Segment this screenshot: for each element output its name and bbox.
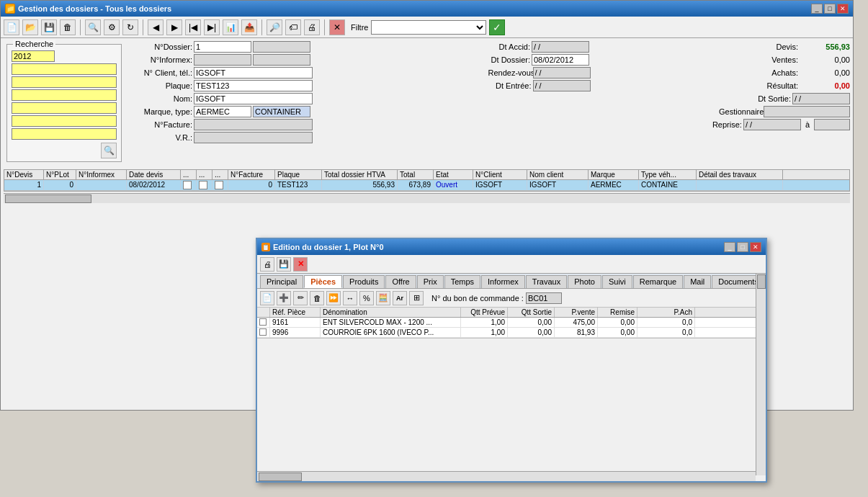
- maximize-button[interactable]: □: [824, 4, 836, 14]
- save-button[interactable]: 💾: [41, 19, 57, 35]
- input-vr[interactable]: [194, 132, 313, 143]
- refresh-button[interactable]: ↻: [122, 19, 138, 35]
- col-nom: Nom client: [527, 170, 589, 179]
- minimize-button[interactable]: _: [811, 4, 823, 14]
- input-facture[interactable]: [194, 119, 313, 130]
- search-field-3[interactable]: [12, 76, 117, 88]
- search-execute-button[interactable]: 🔍: [101, 143, 117, 158]
- tab-remarque[interactable]: Remarque: [633, 275, 683, 288]
- input-rendvous[interactable]: [533, 67, 591, 79]
- tab-suivi[interactable]: Suivi: [602, 275, 632, 288]
- input-client[interactable]: [194, 67, 313, 79]
- col-devis: N°Devis: [4, 170, 44, 179]
- search-field-6[interactable]: [12, 115, 117, 127]
- input-reprise2[interactable]: [814, 119, 850, 130]
- input-nom[interactable]: [194, 93, 313, 104]
- search-row-1: [12, 50, 117, 62]
- next-button[interactable]: ▶: [166, 19, 182, 35]
- delete-button[interactable]: 🗑: [60, 19, 76, 35]
- sub-close-button[interactable]: ✕: [750, 242, 761, 252]
- input-container[interactable]: [253, 106, 310, 117]
- sub-maximize-button[interactable]: □: [737, 242, 748, 252]
- input-dt-accid[interactable]: [532, 41, 589, 53]
- sub-cancel-button[interactable]: ✕: [293, 257, 308, 272]
- sep3: [261, 19, 262, 35]
- sub-hscrollbar[interactable]: [257, 471, 756, 481]
- tab-informex[interactable]: Informex: [481, 275, 525, 288]
- last-button[interactable]: ▶|: [204, 19, 220, 35]
- config-button[interactable]: ⚙: [104, 19, 120, 35]
- tab-mail[interactable]: Mail: [684, 275, 711, 288]
- sub-vscrollbar[interactable]: [756, 274, 766, 475]
- input-plaque[interactable]: [194, 80, 313, 91]
- close-button[interactable]: ✕: [837, 4, 849, 14]
- tag-button[interactable]: 🏷: [285, 19, 301, 35]
- pieces-move1-button[interactable]: ⏩: [326, 291, 341, 305]
- pieces-ar-button[interactable]: Ar: [393, 291, 407, 305]
- cancel-button[interactable]: ✕: [329, 19, 345, 35]
- main-hscrollbar[interactable]: [4, 193, 850, 203]
- tab-temps[interactable]: Temps: [444, 275, 480, 288]
- tab-produits[interactable]: Produits: [343, 275, 385, 288]
- validate-button[interactable]: ✓: [489, 19, 505, 35]
- first-button[interactable]: |◀: [185, 19, 201, 35]
- prev-button[interactable]: ◀: [148, 19, 164, 35]
- table-row[interactable]: 1 0 08/02/2012 0 TEST123 556,93 673,89 O…: [4, 180, 849, 191]
- tab-prix[interactable]: Prix: [417, 275, 444, 288]
- label-ventes: Ventes:: [766, 55, 798, 64]
- sub-print-button[interactable]: 🖨: [260, 257, 274, 272]
- sub-col-remise: Remise: [598, 308, 637, 317]
- pieces-grid-button[interactable]: ⊞: [409, 291, 424, 305]
- open-button[interactable]: 📂: [22, 19, 38, 35]
- input-dt-dossier[interactable]: [532, 54, 589, 66]
- pieces-add-button[interactable]: ➕: [277, 291, 291, 305]
- sub-hscroll-thumb[interactable]: [259, 473, 302, 481]
- input-dossier[interactable]: [194, 41, 251, 53]
- tab-offre[interactable]: Offre: [385, 275, 416, 288]
- search-button[interactable]: 🔍: [85, 19, 101, 35]
- sub-table-row[interactable]: 9996 COURROIE 6PK 1600 (IVECO P... 1,00 …: [257, 328, 766, 338]
- search-year-input[interactable]: [12, 50, 55, 62]
- filter-select[interactable]: [371, 20, 486, 35]
- pieces-delete-button[interactable]: 🗑: [310, 291, 324, 305]
- pieces-calc-button[interactable]: 🧮: [376, 291, 390, 305]
- sub-table-row[interactable]: 9161 ENT SILVERCOLD MAX - 1200 ... 1,00 …: [257, 318, 766, 328]
- export-button[interactable]: 📤: [241, 19, 257, 35]
- sub-save-button[interactable]: 💾: [277, 257, 291, 272]
- col-date: Date devis: [127, 170, 181, 179]
- search-field-5[interactable]: [12, 102, 117, 114]
- tab-photo[interactable]: Photo: [568, 275, 601, 288]
- search-field-4[interactable]: [12, 89, 117, 101]
- print-button[interactable]: 🖨: [304, 19, 320, 35]
- input-reprise[interactable]: [743, 119, 801, 130]
- tab-travaux[interactable]: Travaux: [526, 275, 567, 288]
- label-dt-entree: Dt Entrée:: [488, 81, 532, 90]
- chart-button[interactable]: 📊: [223, 19, 238, 35]
- pieces-edit-button[interactable]: ✏: [293, 291, 308, 305]
- sub-minimize-button[interactable]: _: [724, 242, 735, 252]
- search-field-2[interactable]: [12, 63, 117, 75]
- sub-vscroll-thumb[interactable]: [757, 274, 766, 289]
- sub-title-text: Edition du dossier 1, Plot N°0: [273, 243, 384, 251]
- new-button[interactable]: 📄: [4, 19, 19, 35]
- cell-date: 08/02/2012: [127, 180, 181, 190]
- bc-input[interactable]: [526, 292, 562, 304]
- hscroll-thumb[interactable]: [5, 194, 91, 203]
- input-gestionnaire[interactable]: [764, 106, 850, 117]
- tab-principal[interactable]: Principal: [260, 275, 303, 288]
- input-dt-entree[interactable]: [533, 80, 591, 91]
- search-field-7[interactable]: [12, 128, 117, 140]
- cell-total: 673,89: [398, 180, 434, 190]
- sub-cell-qttprev-2: 1,00: [461, 328, 508, 337]
- pieces-percent-button[interactable]: %: [359, 291, 374, 305]
- input-dt-sortie[interactable]: [792, 93, 850, 104]
- pieces-move2-button[interactable]: ↔: [343, 291, 357, 305]
- input-marque[interactable]: [194, 106, 251, 117]
- lens-button[interactable]: 🔎: [267, 19, 282, 35]
- input-dossier2[interactable]: [253, 41, 310, 53]
- value-ventes: 0,00: [800, 55, 850, 64]
- pieces-new-button[interactable]: 📄: [260, 291, 274, 305]
- input-informex[interactable]: [194, 54, 251, 66]
- input-informex2[interactable]: [253, 54, 310, 66]
- tab-pieces[interactable]: Pièces: [304, 275, 342, 288]
